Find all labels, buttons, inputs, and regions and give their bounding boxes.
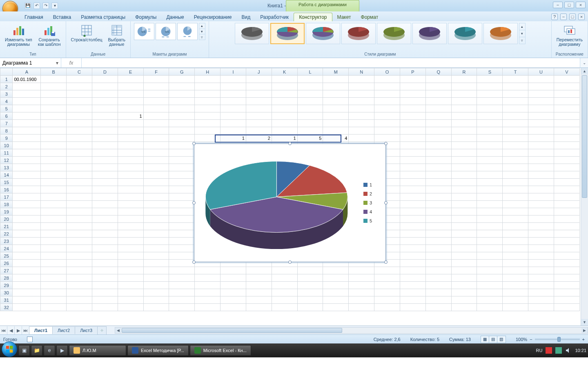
cell[interactable] — [246, 127, 272, 135]
cell[interactable] — [169, 135, 195, 142]
cell[interactable] — [425, 98, 451, 105]
cell[interactable] — [323, 98, 349, 105]
cell[interactable] — [143, 223, 169, 230]
cell[interactable] — [374, 105, 400, 112]
cell[interactable] — [477, 171, 503, 179]
cell[interactable] — [400, 289, 425, 296]
cell[interactable] — [143, 83, 169, 90]
cell[interactable] — [400, 105, 425, 112]
row-header[interactable]: 21 — [0, 223, 13, 230]
cell[interactable] — [246, 282, 272, 289]
cell[interactable] — [195, 304, 220, 311]
cell[interactable] — [67, 186, 92, 193]
chart-style-2[interactable] — [270, 23, 305, 44]
cell[interactable] — [477, 201, 503, 208]
cell[interactable] — [143, 120, 169, 127]
cell[interactable] — [118, 127, 143, 135]
row-header[interactable]: 20 — [0, 215, 13, 223]
cell[interactable] — [272, 296, 297, 304]
cell[interactable] — [246, 90, 272, 98]
cell[interactable] — [220, 98, 246, 105]
cell[interactable] — [503, 215, 528, 223]
cell[interactable] — [169, 179, 195, 186]
cell[interactable] — [374, 127, 400, 135]
cell[interactable] — [528, 245, 554, 252]
column-header[interactable]: R — [451, 68, 477, 76]
cell[interactable] — [323, 274, 349, 282]
cell[interactable] — [169, 289, 195, 296]
column-header[interactable]: Q — [425, 68, 451, 76]
cell[interactable] — [41, 282, 67, 289]
cell[interactable] — [451, 179, 477, 186]
cell[interactable] — [246, 296, 272, 304]
cell[interactable] — [297, 289, 323, 296]
column-header[interactable]: P — [400, 68, 425, 76]
tab-formulas[interactable]: Формулы — [130, 13, 161, 21]
row-header[interactable]: 6 — [0, 112, 13, 120]
cell[interactable] — [297, 267, 323, 274]
cell[interactable] — [554, 83, 579, 90]
cell[interactable] — [143, 105, 169, 112]
clock[interactable]: 10:21 — [575, 348, 586, 353]
cell[interactable] — [503, 282, 528, 289]
row-header[interactable]: 31 — [0, 296, 13, 304]
cell[interactable] — [246, 83, 272, 90]
cell[interactable] — [425, 304, 451, 311]
cell[interactable] — [451, 120, 477, 127]
new-sheet-button[interactable]: ✧ — [97, 326, 107, 334]
chart-legend[interactable]: 12345 — [363, 147, 382, 258]
cell[interactable] — [118, 230, 143, 238]
cell[interactable] — [67, 98, 92, 105]
cell[interactable] — [169, 76, 195, 83]
cell[interactable] — [451, 135, 477, 142]
column-header[interactable]: G — [169, 68, 195, 76]
row-header[interactable]: 10 — [0, 142, 13, 149]
cell[interactable] — [374, 289, 400, 296]
cell[interactable] — [169, 274, 195, 282]
cell[interactable] — [220, 267, 246, 274]
ribbon-restore-icon[interactable]: □ — [569, 13, 576, 20]
cell[interactable] — [272, 98, 297, 105]
cell[interactable] — [220, 289, 246, 296]
cell[interactable] — [400, 252, 425, 260]
cell[interactable] — [143, 289, 169, 296]
cell[interactable] — [374, 90, 400, 98]
resize-handle[interactable] — [384, 142, 388, 145]
taskbar-item-excel[interactable]: Microsoft Excel - Кн... — [190, 345, 251, 356]
cell[interactable] — [143, 98, 169, 105]
cell[interactable] — [425, 120, 451, 127]
cell[interactable] — [528, 296, 554, 304]
cell[interactable] — [67, 296, 92, 304]
cell[interactable] — [451, 105, 477, 112]
cell[interactable] — [41, 76, 67, 83]
cell[interactable] — [297, 274, 323, 282]
taskbar-item-folder[interactable]: Л.Ю.М — [69, 345, 126, 356]
undo-icon[interactable]: ↶ — [33, 2, 40, 9]
cell[interactable] — [143, 208, 169, 215]
chart-style-5[interactable] — [377, 23, 411, 44]
column-header[interactable]: M — [323, 68, 349, 76]
cell[interactable] — [451, 208, 477, 215]
resize-handle[interactable] — [192, 260, 196, 264]
cell[interactable] — [528, 223, 554, 230]
resize-handle[interactable] — [384, 201, 388, 204]
zoom-slider[interactable] — [535, 339, 580, 340]
cell[interactable] — [118, 296, 143, 304]
cell[interactable] — [554, 149, 579, 157]
cell[interactable] — [67, 223, 92, 230]
cell[interactable] — [195, 120, 220, 127]
cell[interactable] — [143, 149, 169, 157]
cell[interactable] — [67, 208, 92, 215]
cell[interactable] — [118, 76, 143, 83]
column-header[interactable]: H — [195, 68, 220, 76]
tab-nav-first[interactable]: ⏮ — [0, 326, 7, 334]
cell[interactable] — [554, 179, 579, 186]
cell[interactable] — [503, 157, 528, 164]
legend-item[interactable]: 2 — [363, 191, 382, 196]
cell[interactable] — [118, 98, 143, 105]
cell[interactable] — [67, 267, 92, 274]
cell[interactable] — [13, 215, 41, 223]
column-header[interactable]: S — [477, 68, 503, 76]
cell[interactable] — [41, 193, 67, 201]
scroll-up-icon[interactable]: ▲ — [581, 68, 588, 74]
